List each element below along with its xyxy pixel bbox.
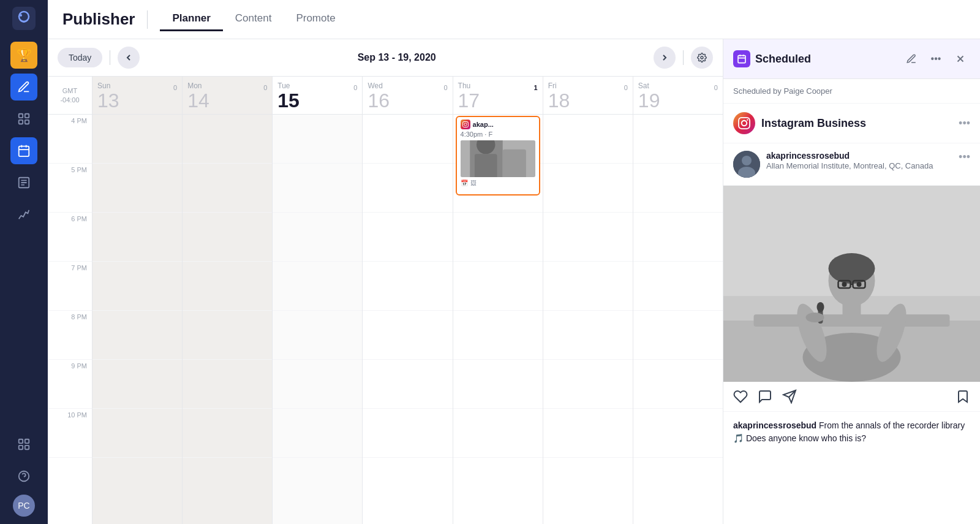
hour-slot[interactable]: [633, 311, 723, 360]
tab-promote[interactable]: Promote: [284, 7, 347, 31]
event-username: akap...: [473, 121, 494, 128]
day-header-fri: Fri 18 0: [543, 77, 633, 114]
day-col-fri[interactable]: [543, 115, 633, 524]
hour-slot[interactable]: [273, 115, 362, 164]
hour-slot[interactable]: [183, 311, 272, 360]
user-avatar[interactable]: PC: [13, 495, 35, 517]
tab-planner[interactable]: Planner: [160, 7, 222, 31]
hour-slot[interactable]: [363, 311, 452, 360]
hour-slot[interactable]: [363, 262, 452, 311]
calendar-mini-icon: 📅: [461, 180, 468, 186]
hour-slot[interactable]: [92, 115, 182, 164]
day-col-mon[interactable]: [182, 115, 272, 524]
hour-slot[interactable]: [363, 164, 452, 213]
hour-slot[interactable]: [92, 164, 182, 213]
calendar-header-row: GMT-04:00 Sun 13 0: [48, 77, 723, 115]
post-image: [723, 186, 980, 382]
account-more-button[interactable]: •••: [959, 117, 970, 130]
day-col-thu[interactable]: akap... 4:30pm · F: [453, 115, 543, 524]
hour-slot[interactable]: [543, 409, 633, 458]
more-options-button[interactable]: •••: [926, 49, 946, 69]
hour-slot[interactable]: [273, 213, 362, 262]
edit-button[interactable]: [902, 49, 921, 69]
like-button[interactable]: [733, 389, 748, 404]
sidebar-item-dashboard[interactable]: [10, 105, 37, 132]
svg-point-14: [701, 56, 703, 59]
hour-slot[interactable]: [273, 360, 362, 409]
hour-slot[interactable]: [92, 213, 182, 262]
sidebar-item-analytics[interactable]: [10, 201, 37, 228]
hour-slot[interactable]: [543, 262, 633, 311]
svg-rect-9: [19, 439, 23, 443]
hour-slot[interactable]: [183, 262, 272, 311]
sidebar-item-tasks[interactable]: [10, 169, 37, 196]
hour-slot[interactable]: [453, 311, 543, 360]
image-mini-icon: 🖼: [470, 180, 477, 186]
hour-slot[interactable]: [363, 115, 452, 164]
hour-slot[interactable]: [633, 115, 723, 164]
bookmark-button[interactable]: [956, 389, 970, 404]
sidebar-item-help[interactable]: [10, 463, 37, 490]
post-more-button[interactable]: •••: [959, 151, 970, 164]
sidebar: 🏆: [0, 0, 48, 524]
hour-slot[interactable]: [273, 164, 362, 213]
hour-slot[interactable]: [453, 213, 543, 262]
close-panel-button[interactable]: [951, 49, 970, 69]
hour-slot[interactable]: [453, 360, 543, 409]
hour-slot[interactable]: [92, 311, 182, 360]
hour-slot[interactable]: [633, 213, 723, 262]
caption-username: akaprincessrosebud: [733, 420, 816, 430]
share-button[interactable]: [782, 389, 797, 404]
tab-content[interactable]: Content: [223, 7, 284, 31]
hour-slot[interactable]: [633, 262, 723, 311]
hour-slot[interactable]: [273, 409, 362, 458]
instagram-icon: [461, 120, 470, 129]
svg-rect-3: [19, 114, 23, 118]
sidebar-item-calendar[interactable]: [10, 137, 37, 164]
hour-slot-4pm-thu[interactable]: akap... 4:30pm · F: [453, 115, 543, 164]
hour-slot[interactable]: [543, 115, 633, 164]
comment-button[interactable]: [758, 389, 772, 404]
hour-slot[interactable]: [363, 360, 452, 409]
calendar-settings-button[interactable]: [691, 47, 713, 69]
panel-platform-account: Instagram Business •••: [723, 104, 980, 143]
hour-slot[interactable]: [183, 115, 272, 164]
prev-week-button[interactable]: [118, 47, 140, 69]
event-card[interactable]: akap... 4:30pm · F: [456, 116, 540, 196]
hour-slot[interactable]: [543, 311, 633, 360]
hour-slot[interactable]: [183, 409, 272, 458]
hour-slot[interactable]: [273, 311, 362, 360]
hour-slot[interactable]: [92, 262, 182, 311]
hour-slot[interactable]: [363, 409, 452, 458]
hour-slot[interactable]: [183, 164, 272, 213]
hour-slot[interactable]: [543, 164, 633, 213]
hour-slot[interactable]: [633, 360, 723, 409]
hour-slot[interactable]: [453, 409, 543, 458]
svg-rect-7: [19, 146, 29, 157]
day-col-wed[interactable]: [362, 115, 452, 524]
app-logo[interactable]: [10, 5, 37, 32]
hour-slot[interactable]: [183, 213, 272, 262]
hour-slot[interactable]: [183, 360, 272, 409]
svg-rect-10: [25, 439, 29, 443]
hour-slot[interactable]: [92, 360, 182, 409]
hour-slot[interactable]: [273, 262, 362, 311]
hour-slot[interactable]: [543, 360, 633, 409]
hour-slot[interactable]: [453, 262, 543, 311]
hour-slot[interactable]: [543, 213, 633, 262]
svg-point-33: [829, 253, 875, 284]
day-col-tue[interactable]: [272, 115, 362, 524]
hour-slot[interactable]: [363, 213, 452, 262]
gmt-label: GMT-04:00: [48, 77, 92, 114]
day-col-sun[interactable]: [92, 115, 182, 524]
hour-slot[interactable]: [633, 164, 723, 213]
hour-slot[interactable]: [633, 409, 723, 458]
sidebar-item-rewards[interactable]: 🏆: [10, 42, 37, 69]
sidebar-item-apps[interactable]: [10, 431, 37, 458]
hour-slot[interactable]: [92, 409, 182, 458]
day-col-sat[interactable]: [633, 115, 723, 524]
sidebar-item-compose[interactable]: [10, 74, 37, 101]
next-week-button[interactable]: [654, 47, 676, 69]
today-button[interactable]: Today: [58, 48, 102, 67]
svg-rect-0: [12, 7, 36, 30]
